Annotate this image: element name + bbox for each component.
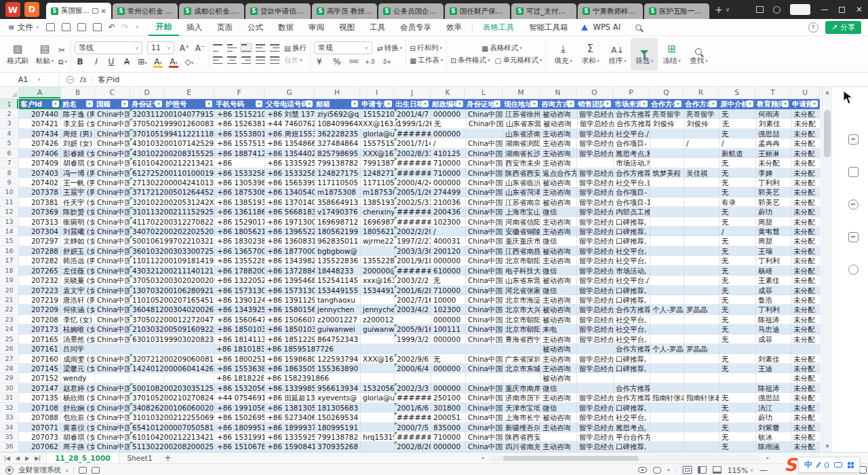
cell[interactable]: 250100 xyxy=(431,393,466,402)
cell[interactable]: 110112200109181419 xyxy=(130,256,215,265)
cell[interactable]: 799138782 xyxy=(315,158,361,168)
table-header-cell-J[interactable]: 出生日期▾ xyxy=(394,99,431,109)
row-header-28[interactable]: 28 xyxy=(0,364,19,373)
cell[interactable]: 被动咨询 xyxy=(540,109,577,119)
cell[interactable]: China中国 xyxy=(95,158,130,168)
cell[interactable]: 未分配 xyxy=(791,403,821,413)
cell[interactable]: 社交平台, xyxy=(614,413,650,422)
cell[interactable]: 指南针张老师 xyxy=(650,393,684,402)
cell[interactable]: 鲁浩 xyxy=(756,295,791,305)
cell[interactable]: 口碑推荐, xyxy=(614,217,650,227)
cut-icon[interactable]: ✂ xyxy=(58,42,67,55)
row-header-8[interactable]: 8 xyxy=(0,168,19,178)
sum-button[interactable]: Σ 求和▾ xyxy=(576,38,604,71)
cell[interactable]: 被动咨询 xyxy=(540,178,577,187)
cell[interactable]: 罗晶晶 xyxy=(684,305,719,314)
cell[interactable]: +86 1565399710 xyxy=(265,178,315,187)
horizontal-scrollbar[interactable]: ◂ ▸ xyxy=(490,455,761,461)
distributed-button[interactable] xyxy=(270,56,279,64)
filter-dropdown-icon[interactable]: ▾ xyxy=(710,100,717,107)
cell[interactable]: 无 xyxy=(431,276,466,285)
cell[interactable]: 何依涵 (女 xyxy=(61,305,95,314)
cell[interactable]: ######### xyxy=(395,158,431,168)
cell[interactable] xyxy=(95,373,130,383)
table-header-cell-F[interactable]: 手机号码▾ xyxy=(214,99,264,109)
cell[interactable]: 安徽省铜陵 xyxy=(503,227,540,236)
cell[interactable]: 黄嘉仪 (女 xyxy=(61,423,95,432)
cell[interactable]: 500106199702210321 xyxy=(130,236,215,246)
row-header-12[interactable]: 12 xyxy=(0,207,19,216)
cell[interactable]: 合作项目- xyxy=(614,138,650,148)
cell[interactable]: 430321200211140121 xyxy=(130,266,215,276)
cell[interactable]: 956613934 xyxy=(315,383,361,393)
minimize-button[interactable]: — xyxy=(820,5,829,14)
cell[interactable]: 留学总经办 xyxy=(577,413,614,422)
sheet-tab-11_28_5_1000[interactable]: 11_28_5_1000 xyxy=(46,453,119,464)
cell[interactable]: 陈歆赟 (女 xyxy=(61,207,95,216)
cell[interactable]: +86 1354402198 xyxy=(265,149,315,158)
cell[interactable]: China中国 xyxy=(95,149,130,158)
file-menu[interactable]: ≡ 文件 ∨ xyxy=(8,22,39,33)
cell[interactable]: +86 15319918 xyxy=(215,432,265,442)
cell[interactable]: 135522836 xyxy=(315,256,361,265)
cell[interactable] xyxy=(719,373,756,383)
cell[interactable]: 610104200212213421 xyxy=(130,158,215,168)
cell[interactable]: 18448233 xyxy=(315,266,361,276)
table-header-cell-L[interactable]: 身份证地▾ xyxy=(465,99,502,109)
cell[interactable]: China中国 xyxy=(466,207,503,216)
cell[interactable]: 山东省东营 xyxy=(503,276,540,285)
upload-icon[interactable]: ↑ xyxy=(808,22,818,33)
cell[interactable]: 主动咨询 xyxy=(540,129,577,138)
cell[interactable]: 2002/8/31 xyxy=(395,149,431,158)
cell[interactable]: 310103200212255069 xyxy=(130,413,215,422)
cell[interactable]: 未分配 xyxy=(791,354,821,364)
cell[interactable]: China中国 xyxy=(466,109,503,119)
cell[interactable]: 000000 xyxy=(431,256,466,265)
cell[interactable]: 无 xyxy=(719,276,756,285)
cell[interactable]: 吕同学 xyxy=(61,344,95,354)
cell[interactable]: +86 15575158 xyxy=(215,138,265,148)
cell[interactable]: 612725200110100019 xyxy=(130,168,215,178)
cell[interactable]: 包欣辰 (女 xyxy=(61,413,95,422)
cell[interactable]: 天津市宝坻 xyxy=(503,403,540,413)
cell[interactable]: 口碑推荐, xyxy=(614,442,650,451)
filter-dropdown-icon[interactable]: ▾ xyxy=(256,100,262,107)
cell[interactable]: +86 1340540988 xyxy=(265,187,315,197)
cell[interactable] xyxy=(577,344,614,354)
last-sheet-icon[interactable]: ▶| xyxy=(35,455,41,461)
cell[interactable]: 未分配 xyxy=(792,119,821,128)
percent-button[interactable]: % xyxy=(332,57,342,66)
cell[interactable] xyxy=(684,207,719,216)
cell[interactable] xyxy=(650,432,684,442)
cell[interactable]: +86 13439252 xyxy=(215,305,265,314)
cell[interactable]: 无 xyxy=(719,217,756,227)
cell[interactable]: 无 xyxy=(719,286,756,295)
help-tool-icon[interactable] xyxy=(848,265,859,275)
cell[interactable]: 207088 xyxy=(19,413,61,422)
cell[interactable]: 180995191 xyxy=(315,423,361,432)
cell[interactable]: 142401200006041426 xyxy=(130,364,215,373)
cell[interactable]: 北京市大兴 xyxy=(503,305,540,314)
cell[interactable]: 无 xyxy=(719,109,756,119)
cell[interactable]: 108409964XXX@163.c xyxy=(315,119,395,128)
cell[interactable]: 未分配 xyxy=(791,442,821,451)
filter-dropdown-icon[interactable]: ▾ xyxy=(494,100,500,107)
cell[interactable]: 无 xyxy=(719,266,756,276)
cell[interactable]: 留学总经办 xyxy=(577,295,614,305)
cell[interactable]: 2001/9/18 xyxy=(395,256,431,265)
cell[interactable]: 207297 xyxy=(19,236,61,246)
cell[interactable]: 207108 xyxy=(19,403,61,413)
table-header-cell-D[interactable]: 身份证号▾ xyxy=(130,99,164,109)
cell[interactable]: +86 15026953 xyxy=(215,413,265,422)
cell[interactable]: 835000 xyxy=(431,423,466,432)
cell[interactable]: China中国 xyxy=(467,119,504,128)
save-icon[interactable] xyxy=(46,23,55,31)
cell[interactable]: China中国 xyxy=(466,442,503,451)
cell[interactable]: 135522836 xyxy=(361,256,395,265)
cell[interactable]: +86 18595187726 xyxy=(264,344,361,354)
document-tab[interactable]: S高学历 教授.xlsx xyxy=(312,3,377,19)
cell[interactable] xyxy=(361,335,395,344)
share-button[interactable]: ↗ 分享 xyxy=(825,21,861,34)
cell[interactable] xyxy=(466,373,503,383)
cell[interactable] xyxy=(650,178,684,187)
